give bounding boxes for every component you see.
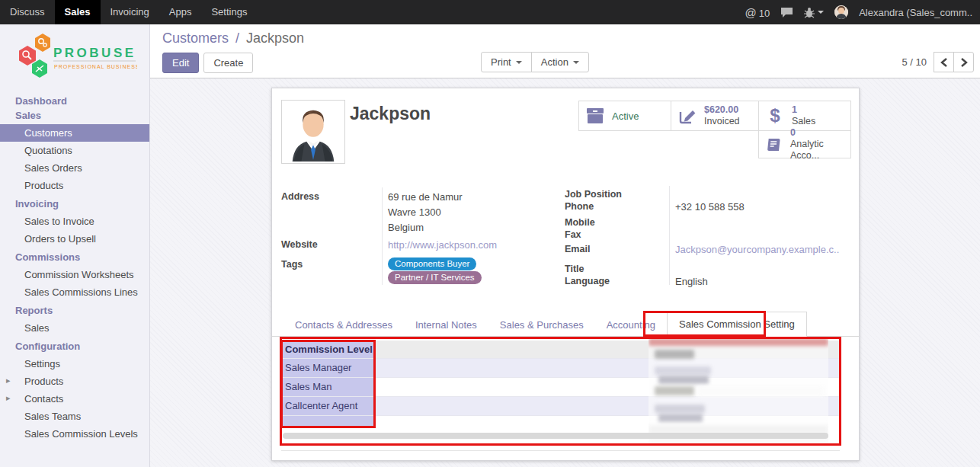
sidebar: PROBUSE PROFESSIONAL BUSINESS Dashboard … — [0, 24, 150, 467]
sidebar-item-commission-worksheets[interactable]: Commission Worksheets — [0, 266, 149, 283]
sidebar-item-config-contacts[interactable]: ▸Contacts — [0, 390, 149, 408]
form-buttons: Edit Create — [162, 53, 253, 73]
sidebar-item-customers[interactable]: Customers — [0, 124, 149, 142]
tag-partner-it-services[interactable]: Partner / IT Services — [388, 271, 482, 284]
user-menu[interactable]: Alexandra (Sales_comm.. — [859, 7, 972, 18]
email-link[interactable]: Jackpson@yourcompany.example.c.. — [675, 244, 839, 255]
sidebar-item-products[interactable]: Products — [0, 177, 149, 194]
sidebar-heading-invoicing[interactable]: Invoicing — [0, 194, 149, 213]
tab-internal-notes[interactable]: Internal Notes — [404, 313, 488, 337]
customer-name-title: Jackpson — [350, 104, 431, 124]
tab-sales-commission-setting[interactable]: Sales Commission Setting — [667, 312, 807, 337]
sidebar-item-sales-commissions-lines[interactable]: Sales Commissions Lines — [0, 283, 149, 301]
sidebar-item-sales-to-invoice[interactable]: Sales to Invoice — [0, 213, 149, 230]
address-line-3[interactable]: Belgium — [388, 222, 424, 233]
pager-next-button[interactable] — [953, 52, 974, 72]
pager-counter: 5 / 10 — [902, 56, 927, 68]
sidebar-heading-reports[interactable]: Reports — [0, 301, 149, 319]
print-dropdown[interactable]: Print — [481, 52, 532, 72]
company-logo[interactable]: PROBUSE PROFESSIONAL BUSINESS — [0, 24, 149, 87]
tab-sales-purchases[interactable]: Sales & Purchases — [488, 313, 595, 337]
tag-components-buyer[interactable]: Components Buyer — [388, 257, 476, 270]
analytic-label: Analytic Acco... — [790, 139, 844, 162]
sidebar-item-orders-to-upsell[interactable]: Orders to Upsell — [0, 230, 149, 248]
sidebar-heading-configuration[interactable]: Configuration — [0, 337, 149, 355]
tags-label: Tags — [281, 259, 303, 270]
language-value[interactable]: English — [675, 276, 708, 287]
sidebar-item-sales-commission-levels[interactable]: Sales Commission Levels — [0, 425, 149, 443]
commission-level-cell[interactable]: Callcenter Agent — [281, 397, 375, 415]
edit-button[interactable]: Edit — [162, 53, 199, 73]
redacted-block — [658, 376, 709, 384]
phone-value[interactable]: +32 10 588 558 — [675, 201, 745, 213]
action-label: Action — [541, 56, 568, 68]
logo-hexagon-red — [19, 46, 36, 66]
redacted-header-strip — [649, 338, 828, 346]
mention-count: 10 — [759, 8, 770, 19]
divider — [281, 450, 840, 451]
logo-text: PROBUSE — [53, 46, 136, 60]
breadcrumb-customers[interactable]: Customers — [162, 30, 229, 46]
active-stat-button[interactable]: Active — [578, 101, 671, 131]
commission-level-cell[interactable]: Sales Manager — [281, 359, 375, 377]
messages-button[interactable] — [780, 7, 793, 18]
sidebar-heading-dashboard[interactable]: Dashboard — [0, 91, 149, 110]
pager-previous-button[interactable] — [934, 52, 954, 72]
sales-stat-button[interactable]: $ 1 Sales — [758, 101, 851, 131]
tab-contacts-addresses[interactable]: Contacts & Addresses — [283, 313, 404, 337]
menu-discuss[interactable]: Discuss — [0, 0, 55, 24]
redacted-block — [655, 366, 711, 375]
top-navbar: Discuss Sales Invoicing Apps Settings @1… — [0, 0, 980, 24]
expander-icon[interactable]: ▸ — [6, 376, 11, 385]
address-line-1[interactable]: 69 rue de Namur — [388, 191, 463, 203]
sidebar-heading-sales[interactable]: Sales — [0, 110, 149, 124]
menu-sales[interactable]: Sales — [55, 0, 101, 24]
caret-down-icon — [818, 11, 824, 14]
chat-bubble-icon — [780, 7, 793, 18]
menu-invoicing[interactable]: Invoicing — [101, 0, 159, 24]
expander-icon[interactable]: ▸ — [6, 393, 11, 403]
customer-photo[interactable] — [281, 100, 345, 164]
sidebar-item-sales-orders[interactable]: Sales Orders — [0, 159, 149, 177]
empty-cell — [281, 416, 375, 426]
create-button[interactable]: Create — [203, 53, 253, 73]
systray: @10 Alexandra (Sales_comm.. — [745, 0, 980, 24]
horizontal-scrollbar[interactable] — [283, 433, 828, 439]
commission-level-cell[interactable]: Sales Man — [281, 378, 375, 396]
sidebar-item-settings[interactable]: Settings — [0, 355, 149, 373]
invoiced-stat-button[interactable]: $620.00 Invoiced — [671, 101, 759, 131]
sidebar-item-config-products[interactable]: ▸Products — [0, 373, 149, 390]
commission-level-header[interactable]: Commission Level — [281, 341, 375, 358]
user-avatar[interactable] — [834, 5, 848, 19]
edit-icon — [677, 107, 697, 124]
debug-menu-button[interactable] — [804, 7, 824, 18]
mentions-button[interactable]: @10 — [745, 6, 770, 19]
redacted-column — [649, 338, 828, 445]
sidebar-heading-commissions[interactable]: Commissions — [0, 248, 149, 266]
app-window: Discuss Sales Invoicing Apps Settings @1… — [0, 0, 980, 467]
address-line-2[interactable]: Wavre 1300 — [388, 206, 441, 218]
at-icon: @ — [745, 6, 756, 19]
chevron-left-icon — [940, 58, 948, 67]
analytic-accounts-stat-button[interactable]: 0 Analytic Acco... — [758, 130, 851, 158]
sidebar-item-quotations[interactable]: Quotations — [0, 142, 149, 159]
menu-apps[interactable]: Apps — [159, 0, 202, 24]
sales-label: Sales — [792, 116, 815, 127]
tab-accounting[interactable]: Accounting — [595, 313, 667, 337]
dollar-icon: $ — [765, 105, 785, 126]
breadcrumb-separator: / — [235, 30, 239, 46]
sidebar-item-label: Contacts — [24, 393, 63, 405]
menu-settings[interactable]: Settings — [201, 0, 257, 24]
top-menus: Discuss Sales Invoicing Apps Settings — [0, 0, 257, 24]
action-buttons: Print Action — [481, 52, 589, 72]
notebook-tabs: Contacts & Addresses Internal Notes Sale… — [272, 312, 859, 337]
sidebar-item-reports-sales[interactable]: Sales — [0, 319, 149, 337]
redacted-block — [655, 350, 694, 359]
book-icon — [765, 136, 783, 153]
sidebar-item-sales-teams[interactable]: Sales Teams — [0, 408, 149, 425]
redacted-block — [658, 414, 703, 422]
sidebar-item-label: Products — [24, 376, 63, 387]
website-link[interactable]: http://www.jackpson.com — [388, 239, 497, 251]
action-dropdown[interactable]: Action — [531, 52, 589, 72]
redacted-block — [697, 386, 824, 396]
